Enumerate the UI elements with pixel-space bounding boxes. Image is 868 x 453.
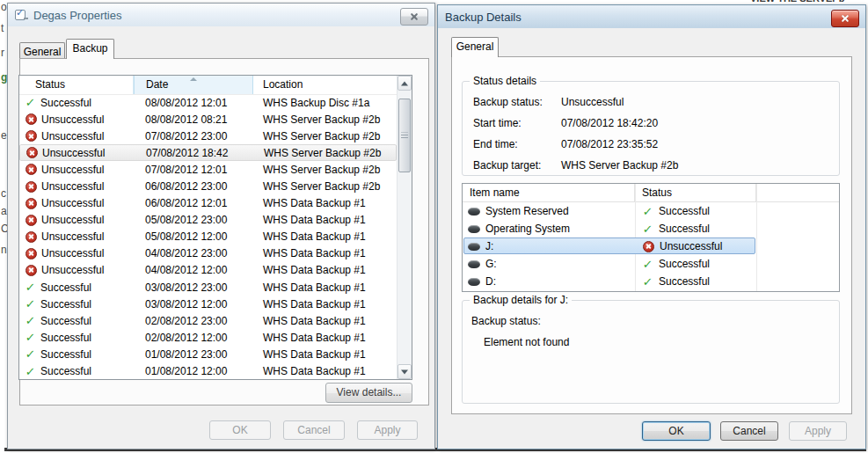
backup-history-row[interactable]: ✓Successful01/08/2012 12:00WHS Data Back… <box>19 363 397 380</box>
error-cross-icon <box>643 241 654 252</box>
column-header-date[interactable]: Date <box>134 76 253 94</box>
status-text: Successful <box>40 315 91 327</box>
date-cell: 05/08/2012 12:00 <box>134 230 253 243</box>
location-cell: WHS Data Backup #1 <box>253 197 397 209</box>
backup-history-row[interactable]: Unsuccessful06/08/2012 23:00WHS Server B… <box>19 178 397 194</box>
backup-history-row[interactable]: Unsuccessful05/08/2012 12:00WHS Data Bac… <box>19 229 397 245</box>
item-name-cell: System Reserved <box>463 205 635 217</box>
field-value: 07/08/2012 23:35:52 <box>561 138 658 150</box>
backup-history-row[interactable]: Unsuccessful08/08/2012 08:21WHS Server B… <box>19 111 397 128</box>
field-label: Backup target: <box>473 159 541 172</box>
cancel-button[interactable]: Cancel <box>283 420 345 440</box>
drive-icon <box>468 225 480 233</box>
group-legend: Backup details for J: <box>470 294 572 306</box>
backup-item-row[interactable]: System Reserved✓Successful <box>463 202 839 220</box>
location-cell: WHS Data Backup #1 <box>253 264 397 276</box>
backup-item-row[interactable]: Operating System✓Successful <box>463 220 839 237</box>
ok-button[interactable]: OK <box>209 420 271 440</box>
tab-backup[interactable]: Backup <box>66 39 114 59</box>
location-cell: WHS Data Backup #1 <box>253 230 397 243</box>
cancel-button[interactable]: Cancel <box>720 421 778 441</box>
backup-items-table: Item nameStatus System Reserved✓Successf… <box>462 183 840 292</box>
backup-history-row[interactable]: Unsuccessful05/08/2012 23:00WHS Data Bac… <box>19 212 397 229</box>
date-cell: 08/08/2012 12:01 <box>134 97 253 109</box>
column-header-label: Status <box>642 186 672 199</box>
column-header-status[interactable]: Status <box>635 184 756 201</box>
location-cell: WHS Data Backup #1 <box>253 214 397 226</box>
status-text: Unsuccessful <box>41 214 104 226</box>
column-header-location[interactable]: Location <box>253 76 397 94</box>
date-cell: 03/08/2012 12:00 <box>134 298 253 311</box>
backup-history-row[interactable]: Unsuccessful07/08/2012 12:01WHS Server B… <box>19 161 397 178</box>
close-button[interactable] <box>400 8 428 26</box>
screenshot-stage: otrgecaCn VIEW THE SERVEr b ✓ Degas Prop… <box>0 0 868 453</box>
column-header-status[interactable]: Status <box>19 76 134 94</box>
success-check-icon: ✓ <box>641 223 654 236</box>
apply-button[interactable]: Apply <box>789 421 847 441</box>
scroll-up-button[interactable] <box>398 76 412 91</box>
column-header-item-name[interactable]: Item name <box>463 184 635 201</box>
background-letter-fragment: t <box>1 23 4 33</box>
view-details-button[interactable]: View details... <box>325 383 412 403</box>
vertical-scrollbar[interactable] <box>397 76 412 379</box>
tab-label: General <box>20 43 64 58</box>
apply-button[interactable]: Apply <box>357 420 418 440</box>
degas-properties-dialog: ✓ Degas Properties GeneralBackup StatusD… <box>7 3 435 449</box>
dialog-title: Degas Properties <box>33 9 121 22</box>
status-cell: ✓Successful <box>19 281 134 294</box>
status-text: Unsuccessful <box>41 197 104 209</box>
title-bar[interactable]: Backup Details <box>438 5 865 28</box>
dialog-title: Backup Details <box>445 11 522 24</box>
error-cross-icon <box>26 198 37 209</box>
status-cell: Unsuccessful <box>20 147 135 159</box>
backup-history-row[interactable]: Unsuccessful06/08/2012 12:01WHS Data Bac… <box>19 195 397 212</box>
backup-history-row[interactable]: Unsuccessful04/08/2012 12:00WHS Data Bac… <box>19 262 397 279</box>
scroll-down-button[interactable] <box>398 364 412 379</box>
column-header-label: Date <box>146 78 168 91</box>
backup-history-row[interactable]: ✓Successful02/08/2012 23:00WHS Data Back… <box>19 312 397 329</box>
ok-button[interactable]: OK <box>642 421 711 441</box>
backup-item-row[interactable]: J:Unsuccessful <box>463 237 839 255</box>
backup-history-row[interactable]: ✓Successful02/08/2012 12:00WHS Data Back… <box>19 329 397 346</box>
backup-history-row[interactable]: ✓Successful01/08/2012 23:00WHS Data Back… <box>19 346 397 362</box>
status-cell: Unsuccessful <box>19 264 134 276</box>
close-button[interactable] <box>831 10 859 27</box>
tab-general[interactable]: General <box>19 42 65 58</box>
status-cell: Unsuccessful <box>19 113 134 126</box>
backup-item-row[interactable]: D:✓Successful <box>463 273 839 290</box>
backup-history-row[interactable]: Unsuccessful07/08/2012 18:42WHS Server B… <box>19 144 397 161</box>
backup-history-row[interactable]: ✓Successful03/08/2012 12:00WHS Data Back… <box>19 296 397 312</box>
location-cell: WHS Data Backup #1 <box>253 332 397 344</box>
error-cross-icon <box>26 215 37 226</box>
location-cell: WHS Backup Disc #1a <box>253 97 397 109</box>
item-name: J: <box>485 240 493 252</box>
error-cross-icon <box>26 113 37 125</box>
tab-general[interactable]: General <box>451 37 499 57</box>
background-letter-fragment: o <box>1 2 7 12</box>
date-cell: 04/08/2012 12:00 <box>134 264 253 276</box>
date-cell: 06/08/2012 12:01 <box>134 197 253 209</box>
backup-status-label: Backup status: <box>471 315 541 327</box>
backup-history-row[interactable]: ✓Successful08/08/2012 12:01WHS Backup Di… <box>19 94 397 111</box>
properties-checkbox-icon: ✓ <box>15 10 28 21</box>
success-check-icon: ✓ <box>24 314 37 327</box>
sort-ascending-icon <box>190 77 197 81</box>
scrollbar-thumb[interactable] <box>398 99 411 172</box>
close-icon <box>841 14 850 23</box>
backup-history-row[interactable]: Unsuccessful04/08/2012 23:00WHS Data Bac… <box>19 245 397 262</box>
status-cell: ✓Successful <box>19 297 134 311</box>
location-cell: WHS Server Backup #2b <box>253 130 397 142</box>
backup-item-row[interactable]: G:✓Successful <box>463 255 839 273</box>
backup-history-row[interactable]: ✓Successful03/08/2012 23:00WHS Data Back… <box>19 279 397 296</box>
backup-history-row[interactable]: Unsuccessful07/08/2012 23:00WHS Server B… <box>19 128 397 144</box>
success-check-icon: ✓ <box>24 297 37 311</box>
status-field-row: Start time:07/08/2012 18:42:20 <box>473 117 832 133</box>
location-cell: WHS Server Backup #2b <box>254 147 396 159</box>
close-icon <box>410 12 419 21</box>
title-bar[interactable]: ✓ Degas Properties <box>8 4 434 26</box>
item-name: Operating System <box>485 223 570 235</box>
backup-status-value: Element not found <box>484 336 569 348</box>
error-cross-icon <box>26 248 37 259</box>
date-cell: 03/08/2012 23:00 <box>134 281 253 294</box>
item-status-cell: Unsuccessful <box>635 240 756 252</box>
